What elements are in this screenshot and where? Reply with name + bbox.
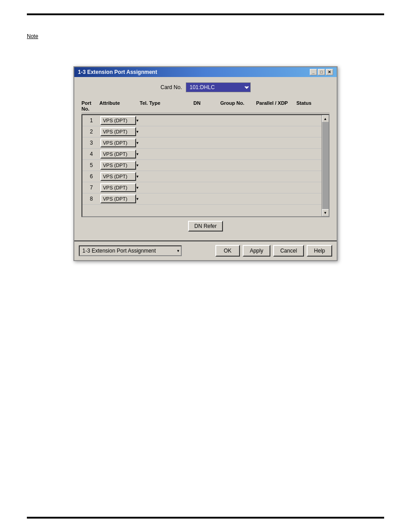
attribute-select-8[interactable]: VPS (DPT)SLTDPTPS xyxy=(100,194,136,203)
col-tel-type: Tel. Type xyxy=(140,100,193,112)
col-parallel-xdp: Parallel / XDP xyxy=(256,100,296,112)
table-row: 3 VPS (DPT)SLTDPTPS xyxy=(82,137,321,149)
attr-select-wrapper: VPS (DPT)SLTDPTPS xyxy=(100,172,141,181)
attr-select-wrapper: VPS (DPT)SLTDPTPS xyxy=(100,183,141,192)
card-no-label: Card No. xyxy=(160,84,182,90)
attr-select-wrapper: VPS (DPT)SLTDPTPS xyxy=(100,161,141,170)
attr-select-wrapper: VPS (DPT)SLTDPTPS xyxy=(100,150,141,159)
port-number: 6 xyxy=(82,173,100,180)
port-number: 1 xyxy=(82,117,100,124)
dn-refer-button[interactable]: DN Refer xyxy=(188,221,223,232)
dialog-container: 1-3 Extension Port Assignment _ □ ✕ Card… xyxy=(27,66,384,261)
table-row: 7 VPS (DPT)SLTDPTPS xyxy=(82,182,321,193)
table-row: 6 VPS (DPT)SLTDPTPS xyxy=(82,171,321,182)
card-no-select-wrapper: 101:DHLC xyxy=(186,82,251,92)
table-row: 5 VPS (DPT)SLTDPTPS xyxy=(82,160,321,171)
attribute-select-2[interactable]: VPS (DPT)SLTDPTPS xyxy=(100,127,136,136)
attribute-select-6[interactable]: VPS (DPT)SLTDPTPS xyxy=(100,172,136,181)
table-row: 4 VPS (DPT)SLTDPTPS xyxy=(82,149,321,160)
table-scrollbar: ▲ ▼ xyxy=(321,115,329,216)
help-button[interactable]: Help xyxy=(307,245,332,257)
card-no-select[interactable]: 101:DHLC xyxy=(186,82,251,92)
dialog-title: 1-3 Extension Port Assignment xyxy=(78,69,157,75)
port-number: 3 xyxy=(82,140,100,146)
attribute-select-3[interactable]: VPS (DPT)SLTDPTPS xyxy=(100,138,136,147)
attribute-select-1[interactable]: VPS (DPT)SLTDPTPS xyxy=(100,116,136,125)
attribute-select-5[interactable]: VPS (DPT)SLTDPTPS xyxy=(100,161,136,170)
table-header: PortNo. Attribute Tel. Type DN Group No.… xyxy=(81,99,330,113)
apply-button[interactable]: Apply xyxy=(243,245,270,257)
attribute-select-7[interactable]: VPS (DPT)SLTDPTPS xyxy=(100,183,136,192)
port-number: 2 xyxy=(82,129,100,135)
dialog-body: Card No. 101:DHLC PortNo. Attribute Tel.… xyxy=(74,77,337,240)
port-number: 4 xyxy=(82,151,100,157)
extension-port-dialog: 1-3 Extension Port Assignment _ □ ✕ Card… xyxy=(73,66,338,261)
attr-select-wrapper: VPS (DPT)SLTDPTPS xyxy=(100,194,141,203)
nav-select-wrapper: 1-3 Extension Port Assignment xyxy=(79,245,182,256)
maximize-button[interactable]: □ xyxy=(318,69,325,75)
col-port-no: PortNo. xyxy=(81,100,99,112)
col-dn: DN xyxy=(193,100,220,112)
dialog-titlebar: 1-3 Extension Port Assignment _ □ ✕ xyxy=(74,67,337,77)
table-row: 8 VPS (DPT)SLTDPTPS xyxy=(82,193,321,205)
dn-refer-row: DN Refer xyxy=(81,217,330,235)
scrollbar-down-button[interactable]: ▼ xyxy=(322,209,329,216)
col-attribute: Attribute xyxy=(99,100,140,112)
attribute-select-4[interactable]: VPS (DPT)SLTDPTPS xyxy=(100,150,136,159)
table-row: 1 VPS (DPT)SLTDPTPS xyxy=(82,115,321,126)
attr-select-wrapper: VPS (DPT)SLTDPTPS xyxy=(100,116,141,125)
col-status: Status xyxy=(296,100,328,112)
card-no-row: Card No. 101:DHLC xyxy=(81,82,330,92)
bottom-bar: 1-3 Extension Port Assignment OK Apply C… xyxy=(74,240,337,260)
table-row: 2 VPS (DPT)SLTDPTPS xyxy=(82,126,321,137)
port-number: 5 xyxy=(82,162,100,168)
table-area: 1 VPS (DPT)SLTDPTPS xyxy=(81,114,330,217)
close-button[interactable]: ✕ xyxy=(326,69,333,75)
port-number: 7 xyxy=(82,184,100,191)
scrollbar-up-button[interactable]: ▲ xyxy=(322,115,329,122)
scrollbar-track xyxy=(322,122,329,209)
table-rows: 1 VPS (DPT)SLTDPTPS xyxy=(82,115,321,216)
bottom-buttons: OK Apply Cancel Help xyxy=(215,245,332,257)
minimize-button[interactable]: _ xyxy=(310,69,317,75)
titlebar-buttons: _ □ ✕ xyxy=(310,69,333,75)
ok-button[interactable]: OK xyxy=(215,245,240,257)
cancel-button[interactable]: Cancel xyxy=(273,245,304,257)
note-text: Note xyxy=(27,33,38,39)
attr-select-wrapper: VPS (DPT)SLTDPTPS xyxy=(100,138,141,147)
attr-select-wrapper: VPS (DPT)SLTDPTPS xyxy=(100,127,141,136)
bottom-border xyxy=(27,517,384,519)
col-group-no: Group No. xyxy=(220,100,256,112)
port-number: 8 xyxy=(82,196,100,202)
nav-select[interactable]: 1-3 Extension Port Assignment xyxy=(79,245,182,256)
